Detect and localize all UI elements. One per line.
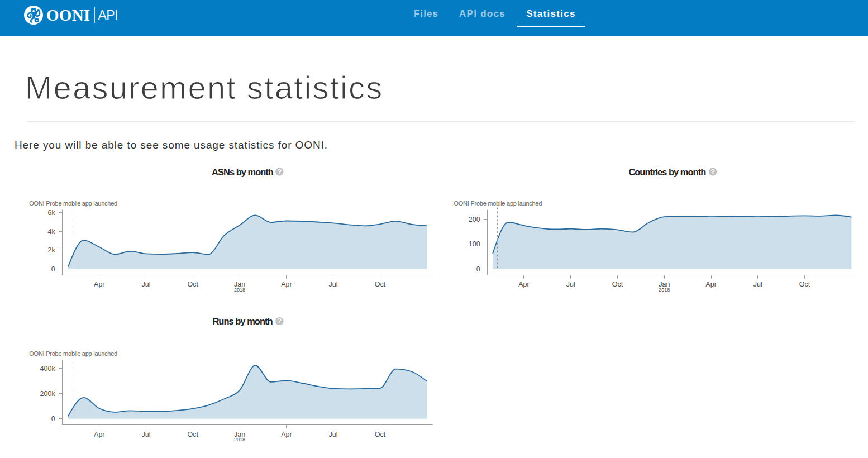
svg-text:Jul: Jul [753, 280, 762, 288]
svg-text:ASNs by month: ASNs by month [212, 167, 274, 177]
svg-text:Apr: Apr [94, 280, 104, 288]
svg-text:Oct: Oct [612, 280, 623, 288]
svg-text:Oct: Oct [375, 280, 386, 288]
svg-text:Jul: Jul [329, 431, 338, 438]
svg-text:Oct: Oct [188, 280, 199, 288]
svg-text:Apr: Apr [281, 280, 292, 288]
svg-text:OONI Probe mobile app launched: OONI Probe mobile app launched [29, 200, 117, 207]
svg-text:Apr: Apr [518, 280, 529, 288]
svg-text:100: 100 [469, 240, 480, 248]
svg-text:OONI Probe mobile app launched: OONI Probe mobile app launched [29, 350, 117, 357]
svg-text:Jul: Jul [329, 280, 338, 288]
svg-text:2018: 2018 [234, 437, 245, 442]
svg-text:0: 0 [51, 415, 55, 423]
svg-text:Oct: Oct [375, 431, 386, 438]
svg-text:?: ? [277, 168, 282, 176]
svg-text:2k: 2k [47, 246, 55, 254]
svg-text:?: ? [277, 317, 282, 325]
svg-text:4k: 4k [47, 228, 55, 236]
svg-text:Oct: Oct [799, 280, 810, 288]
svg-text:200k: 200k [40, 390, 56, 398]
svg-text:0: 0 [476, 265, 480, 273]
svg-text:Jul: Jul [142, 280, 151, 288]
svg-text:Apr: Apr [705, 280, 716, 288]
svg-text:2018: 2018 [659, 287, 670, 293]
svg-text:Jul: Jul [142, 431, 151, 438]
svg-text:Countries by month: Countries by month [628, 167, 706, 177]
svg-text:200: 200 [469, 216, 480, 223]
svg-text:Jul: Jul [566, 280, 575, 288]
svg-text:Oct: Oct [188, 431, 199, 438]
svg-text:Apr: Apr [281, 431, 292, 438]
svg-text:0: 0 [51, 265, 55, 273]
svg-text:?: ? [710, 168, 715, 176]
svg-text:2018: 2018 [234, 287, 245, 293]
svg-text:6k: 6k [47, 209, 55, 217]
svg-text:Apr: Apr [94, 431, 104, 438]
svg-text:400k: 400k [40, 365, 56, 373]
svg-text:Runs by month: Runs by month [212, 316, 273, 326]
svg-text:OONI Probe mobile app launched: OONI Probe mobile app launched [454, 200, 542, 207]
